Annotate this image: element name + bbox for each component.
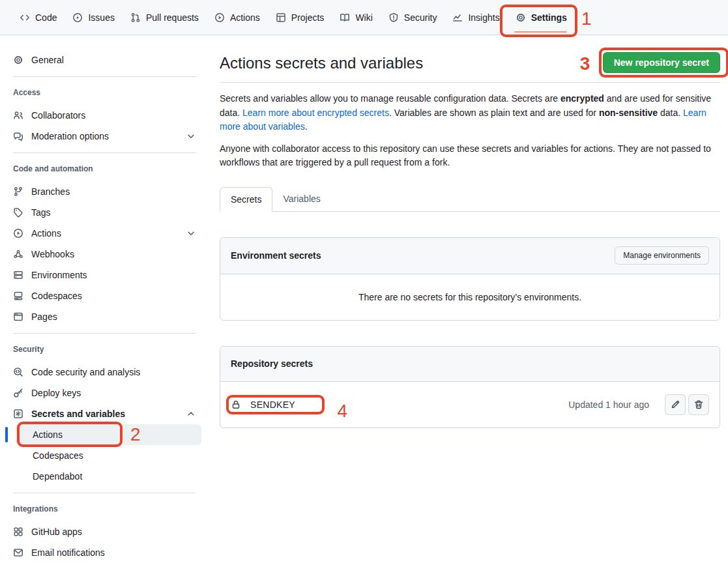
sidebar-divider: [13, 76, 196, 77]
repository-secrets-header: Repository secrets: [220, 347, 720, 382]
mail-icon: [13, 547, 23, 558]
sidebar-item-branches[interactable]: Branches: [8, 181, 201, 202]
sidebar-item-github-apps[interactable]: GitHub apps: [8, 521, 201, 542]
tab-wiki[interactable]: Wiki: [332, 0, 380, 35]
sidebar-section-title: Access: [8, 88, 201, 98]
main-content: Actions secrets and variables New reposi…: [209, 35, 728, 428]
sidebar-item-label: Collaborators: [31, 110, 85, 121]
sidebar-item-label: Deploy keys: [31, 388, 81, 398]
sidebar-item-label: Environments: [31, 270, 87, 280]
key-icon: [13, 388, 23, 398]
sidebar-item-actions[interactable]: Actions: [8, 223, 201, 244]
inline-link[interactable]: Learn more about encrypted secrets: [242, 108, 389, 118]
sidebar-item-tags[interactable]: Tags: [8, 202, 201, 223]
sidebar-item-secrets-and-variables[interactable]: Secrets and variables: [8, 403, 201, 424]
sidebar-divider: [13, 152, 196, 153]
tab-insights[interactable]: Insights: [444, 0, 507, 35]
tab-projects[interactable]: Projects: [268, 0, 332, 35]
browser-icon: [13, 311, 23, 322]
secret-label: SENDKEY 4: [231, 399, 321, 410]
bold-text: encrypted: [561, 93, 604, 104]
sidebar-item-deploy-keys[interactable]: Deploy keys: [8, 383, 201, 403]
repository-secrets-card: Repository secrets SENDKEY 4 Updated 1 h…: [220, 346, 720, 428]
asterisk-box-icon: [13, 409, 23, 419]
environment-secrets-empty-message: There are no secrets for this repository…: [220, 274, 720, 320]
sidebar-item-environments[interactable]: Environments: [8, 265, 201, 285]
tab-actions[interactable]: Actions: [207, 0, 268, 35]
text: . Variables are shown as plain text and …: [389, 108, 599, 118]
secret-updated-timestamp: Updated 1 hour ago: [568, 399, 649, 410]
tab-code[interactable]: Code: [12, 0, 65, 35]
chevron-down-icon: [186, 228, 196, 239]
sidebar-item-label: Email notifications: [31, 547, 105, 558]
card-title: Repository secrets: [231, 358, 313, 369]
active-indicator: [5, 427, 8, 442]
environment-secrets-card: Environment secrets Manage environments …: [220, 237, 720, 321]
codespaces-icon: [13, 291, 23, 301]
edit-secret-button[interactable]: [665, 394, 686, 415]
play-icon: [214, 12, 225, 23]
intro-paragraph: Secrets and variables allow you to manag…: [220, 92, 720, 134]
annotation-box-3: [599, 48, 728, 78]
manage-environments-button[interactable]: Manage environments: [615, 246, 709, 265]
sidebar-item-label: Secrets and variables: [31, 409, 125, 419]
sidebar-subitem-dependabot[interactable]: Dependabot: [16, 466, 201, 487]
sidebar-item-moderation-options[interactable]: Moderation options: [8, 126, 201, 147]
tab-issues[interactable]: Issues: [65, 0, 122, 35]
sidebar-section-title: Security: [8, 345, 201, 355]
sidebar-item-label: Codespaces: [33, 450, 83, 461]
chevron-down-icon: [186, 131, 196, 141]
tab-variables[interactable]: Variables: [272, 187, 330, 212]
tab-settings[interactable]: Settings 1: [508, 0, 575, 35]
sidebar-section-title: Integrations: [8, 504, 201, 514]
codescan-icon: [13, 367, 23, 377]
text: data.: [658, 108, 683, 118]
fork-paragraph: Anyone with collaborator access to this …: [220, 142, 720, 170]
sidebar-item-label: Dependabot: [33, 471, 82, 482]
sidebar-item-label: GitHub apps: [31, 527, 82, 537]
tab-label: Code: [35, 12, 57, 23]
tab-secrets[interactable]: Secrets: [220, 187, 272, 212]
tab-pull-requests[interactable]: Pull requests: [123, 0, 207, 35]
tab-label: Issues: [88, 12, 114, 23]
tab-security[interactable]: Security: [381, 0, 445, 35]
sidebar-subitem-actions[interactable]: Actions 2: [16, 424, 201, 445]
sidebar-item-general[interactable]: General: [8, 50, 201, 70]
sidebar-item-pages[interactable]: Pages: [8, 306, 201, 327]
tab-label: Wiki: [355, 12, 372, 23]
issue-opened-icon: [72, 12, 83, 23]
comment-discussion-icon: [13, 131, 23, 141]
annotation-label-2: 2: [130, 426, 141, 444]
secret-name: SENDKEY: [250, 399, 295, 410]
sidebar-subitem-codespaces[interactable]: Codespaces: [16, 445, 201, 466]
book-icon: [340, 12, 350, 23]
sidebar-item-label: Webhooks: [31, 249, 74, 259]
table-icon: [276, 12, 286, 23]
tab-label: Insights: [468, 12, 499, 23]
sidebar-item-label: Pages: [31, 311, 57, 322]
tab-label: Actions: [230, 12, 260, 23]
git-branch-icon: [13, 186, 23, 197]
trash-icon: [693, 399, 704, 410]
environment-secrets-header: Environment secrets Manage environments: [220, 238, 720, 274]
lock-icon: [231, 399, 241, 410]
delete-secret-button[interactable]: [688, 394, 709, 415]
chevron-up-icon: [186, 409, 196, 419]
new-repository-secret-button[interactable]: New repository secret 3: [603, 52, 720, 73]
sidebar-item-label: Moderation options: [31, 131, 109, 141]
sidebar-item-code-security-and-analysis[interactable]: Code security and analysis: [8, 362, 201, 383]
sidebar-item-email-notifications[interactable]: Email notifications: [8, 542, 201, 563]
sidebar-item-label: Code security and analysis: [31, 367, 140, 377]
text: .: [305, 121, 308, 132]
sidebar-item-codespaces[interactable]: Codespaces: [8, 285, 201, 306]
repo-tab-bar: Code Issues Pull requests Actions Projec…: [0, 0, 728, 35]
sidebar-section-title: Code and automation: [8, 164, 201, 174]
sidebar-item-webhooks[interactable]: Webhooks: [8, 244, 201, 265]
people-icon: [13, 110, 23, 121]
play-icon: [13, 228, 23, 239]
server-icon: [13, 270, 23, 280]
sidebar-item-label: Actions: [31, 228, 61, 239]
sidebar-item-collaborators[interactable]: Collaborators: [8, 105, 201, 126]
webhook-icon: [13, 249, 23, 259]
code-icon: [20, 12, 30, 23]
